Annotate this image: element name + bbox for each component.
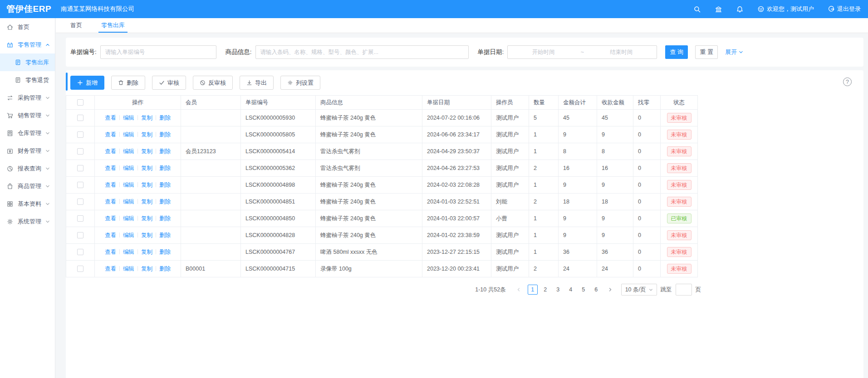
- sidebar-item-sales-mgmt[interactable]: 销售管理: [0, 107, 55, 124]
- bill-no-input[interactable]: [100, 45, 216, 59]
- delete-link[interactable]: 删除: [159, 266, 171, 272]
- row-checkbox[interactable]: [77, 131, 83, 138]
- edit-link[interactable]: 编辑: [123, 115, 134, 121]
- edit-link[interactable]: 编辑: [123, 182, 134, 188]
- page-number[interactable]: 1: [528, 285, 538, 295]
- copy-link[interactable]: 复制: [141, 148, 152, 155]
- row-checkbox[interactable]: [77, 182, 83, 188]
- main-area: 首页 零售出库 单据编号: 商品信息: 单据日期: 开始时间 ~ 结束时间 查 …: [56, 18, 868, 378]
- expand-toggle[interactable]: 展开: [725, 48, 743, 56]
- copy-link[interactable]: 复制: [141, 131, 152, 138]
- row-checkbox[interactable]: [77, 115, 83, 121]
- delete-link[interactable]: 删除: [159, 199, 171, 205]
- prev-page-button[interactable]: [513, 284, 524, 295]
- delete-link[interactable]: 删除: [159, 148, 171, 155]
- delete-link[interactable]: 删除: [159, 182, 171, 188]
- help-icon[interactable]: ?: [843, 78, 852, 86]
- view-link[interactable]: 查看: [105, 115, 116, 121]
- jump-page-input[interactable]: [676, 284, 692, 296]
- sidebar-item-retail-return[interactable]: 零售退货: [0, 71, 55, 89]
- cell-bill-no: LSCK00000005930: [241, 110, 316, 126]
- sidebar-item-report-query[interactable]: 报表查询: [0, 160, 55, 177]
- edit-link[interactable]: 编辑: [123, 232, 134, 238]
- scrollbar-thumb[interactable]: [66, 73, 68, 91]
- copy-link[interactable]: 复制: [141, 232, 152, 238]
- sidebar-item-purchase-mgmt[interactable]: 采购管理: [0, 89, 55, 107]
- view-link[interactable]: 查看: [105, 165, 116, 171]
- edit-link[interactable]: 编辑: [123, 199, 134, 205]
- product-info-input[interactable]: [255, 45, 469, 59]
- cell-member: B00001: [181, 261, 241, 277]
- delete-link[interactable]: 删除: [159, 165, 171, 171]
- edit-link[interactable]: 编辑: [123, 131, 134, 138]
- tab-home[interactable]: 首页: [70, 18, 82, 33]
- bell-icon[interactable]: [736, 5, 744, 13]
- page-number[interactable]: 2: [540, 285, 550, 295]
- next-page-button[interactable]: [605, 284, 616, 295]
- delete-link[interactable]: 删除: [159, 215, 171, 222]
- sidebar-item-warehouse-mgmt[interactable]: 仓库管理: [0, 124, 55, 142]
- edit-link[interactable]: 编辑: [123, 215, 134, 222]
- copy-link[interactable]: 复制: [141, 249, 152, 255]
- copy-link[interactable]: 复制: [141, 215, 152, 222]
- delete-link[interactable]: 删除: [159, 115, 171, 121]
- copy-link[interactable]: 复制: [141, 266, 152, 272]
- reset-button[interactable]: 重 置: [695, 45, 718, 59]
- sidebar-item-home[interactable]: 首页: [0, 18, 55, 36]
- page-number[interactable]: 3: [553, 285, 563, 295]
- delete-button[interactable]: 删除: [111, 76, 145, 90]
- view-link[interactable]: 查看: [105, 131, 116, 138]
- view-link[interactable]: 查看: [105, 148, 116, 155]
- row-checkbox[interactable]: [77, 215, 83, 222]
- select-all-checkbox[interactable]: [77, 99, 83, 106]
- page-number[interactable]: 4: [566, 285, 576, 295]
- view-link[interactable]: 查看: [105, 266, 116, 272]
- edit-link[interactable]: 编辑: [123, 249, 134, 255]
- sidebar-item-product-mgmt[interactable]: 商品管理: [0, 177, 55, 195]
- row-checkbox[interactable]: [77, 266, 83, 272]
- row-checkbox[interactable]: [77, 199, 83, 205]
- row-checkbox[interactable]: [77, 165, 83, 171]
- sidebar-item-basic-data[interactable]: 基本资料: [0, 195, 55, 213]
- sidebar-item-system-mgmt[interactable]: 系统管理: [0, 213, 55, 230]
- page-size-select[interactable]: 10 条/页: [621, 284, 657, 296]
- delete-link[interactable]: 删除: [159, 249, 171, 255]
- view-link[interactable]: 查看: [105, 215, 116, 222]
- row-checkbox[interactable]: [77, 249, 83, 255]
- column-settings-button[interactable]: 列设置: [280, 76, 320, 90]
- page-number[interactable]: 5: [579, 285, 588, 295]
- copy-link[interactable]: 复制: [141, 199, 152, 205]
- sidebar-item-retail-outbound[interactable]: 零售出库: [0, 53, 55, 71]
- toolbar: 新增 删除 审核 反审核 导出: [66, 70, 863, 95]
- view-link[interactable]: 查看: [105, 199, 116, 205]
- cell-operator: 测试用户: [491, 143, 529, 160]
- search-button[interactable]: 查 询: [665, 45, 688, 59]
- row-checkbox[interactable]: [77, 148, 83, 155]
- export-button[interactable]: 导出: [240, 76, 274, 90]
- copy-link[interactable]: 复制: [141, 165, 152, 171]
- copy-link[interactable]: 复制: [141, 182, 152, 188]
- delete-link[interactable]: 删除: [159, 131, 171, 138]
- sidebar-item-finance-mgmt[interactable]: 财务管理: [0, 142, 55, 160]
- add-button[interactable]: 新增: [70, 76, 104, 90]
- view-link[interactable]: 查看: [105, 232, 116, 238]
- unaudit-button[interactable]: 反审核: [193, 76, 233, 90]
- edit-link[interactable]: 编辑: [123, 266, 134, 272]
- audit-button[interactable]: 审核: [152, 76, 186, 90]
- user-menu[interactable]: 欢迎您，测试用户: [757, 5, 814, 13]
- view-link[interactable]: 查看: [105, 182, 116, 188]
- delete-link[interactable]: 删除: [159, 232, 171, 238]
- copy-link[interactable]: 复制: [141, 115, 152, 121]
- sidebar-item-retail-mgmt[interactable]: 零售管理: [0, 36, 55, 53]
- tab-retail-outbound[interactable]: 零售出库: [101, 18, 125, 33]
- edit-link[interactable]: 编辑: [123, 165, 134, 171]
- logout-button[interactable]: 退出登录: [828, 5, 861, 13]
- view-link[interactable]: 查看: [105, 249, 116, 255]
- edit-link[interactable]: 编辑: [123, 148, 134, 155]
- row-checkbox[interactable]: [77, 232, 83, 238]
- search-icon[interactable]: [693, 5, 701, 13]
- bank-icon[interactable]: [715, 5, 722, 13]
- page-number[interactable]: 6: [591, 285, 601, 295]
- table-row: 查看编辑复制删除 会员123123 LSCK00000005414 雷达杀虫气雾…: [66, 143, 698, 160]
- date-range-picker[interactable]: 开始时间 ~ 结束时间: [507, 45, 657, 59]
